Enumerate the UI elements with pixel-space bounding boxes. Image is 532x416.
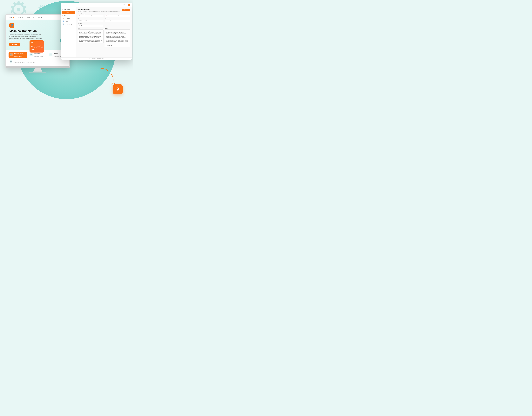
sidebar-item-processes[interactable]: 📋 Processes [61,17,76,20]
hero-title: Machine Translation [10,29,42,33]
see-more-button[interactable]: See more... [10,43,20,46]
dolly-icon: ● [62,15,63,16]
user-area[interactable]: Prueba S.L. ▾ P [119,4,130,6]
monitor-base [29,72,47,73]
translate-chevron-icon: › [74,12,74,13]
text-input-box[interactable]: The rise of AI and NLP brings a new era … [78,29,104,43]
text-label: Text [78,28,104,29]
target-language-value: Spanish [116,15,120,17]
feature-masker-content: Masker GPT Securely harness the power of… [13,60,35,63]
target-chevron-icon: ▾ [129,15,129,16]
engine-value: ENES_corp_v1_2 [79,20,87,21]
nav-solutions[interactable]: Solutions [25,17,30,18]
source-chevron-icon: ▾ [102,15,102,16]
users-icon: 👤 [62,20,64,22]
text-input-area: Text The rise of AI and NLP brings a new… [78,28,104,47]
aurora-logo: eco [31,42,42,43]
processes-icon: 📋 [62,18,64,19]
input-type-value: Plain text [79,25,83,26]
translate-icon: ⇄ [63,12,64,13]
engine-select[interactable]: ENES_corp_v1_2 ▾ [78,20,103,22]
eco-app-window: eco Prueba S.L. ▾ P ⊞ Dashboard ⇄ Transl… [61,3,132,60]
dashboard-icon: ⊞ [62,9,63,10]
target-flag: 🇪🇸 [106,15,107,17]
source-flag: 🇺🇸 [79,15,80,17]
sidebar-item-services-setup[interactable]: ⚙️ Services setup ▾ [61,23,76,26]
chevron-down-icon: ▾ [126,4,127,5]
feature-cards-row1: 🌐 Machine translation Near-human neural … [9,52,67,58]
user-name: Prueba S.L. [119,4,125,6]
hero-description: Adaptive near-human quality MT for hundr… [10,34,42,41]
input-type-chevron-icon: ▾ [101,25,102,26]
glossary-label: Glossary [105,18,130,19]
translate-icon-box: ネ [113,84,123,94]
language-row: Source language 🇺🇸 English ▾ Target lang… [78,13,130,17]
translate-icon-container: ネ [113,84,123,94]
feature-machine-translation[interactable]: 🌐 Machine translation Near-human neural … [9,52,27,58]
feature-section: 🌐 Machine translation Near-human neural … [6,50,69,66]
feature-anon-content: Anonymization Full GDPR-compliant data a… [34,53,46,57]
target-language-label: Target language [105,13,130,14]
monitor-stand [33,68,42,72]
feature-anonymization[interactable]: ⚙️ Anonymization Full GDPR-compliant dat… [29,52,47,58]
gear-decoration-small: ⚙ [37,2,48,16]
nav-contact[interactable]: Contact [32,17,36,18]
nav-links: Products ▾ Solutions Contact NLP Pa... [18,17,43,18]
copy-button[interactable]: #Copy [127,45,129,47]
sidebar-item-translate[interactable]: ⇄ Translate › [61,11,75,14]
sidebar-item-dashboard[interactable]: ⊞ Dashboard [61,8,76,11]
nav-nlp[interactable]: NLP Pa... [38,17,43,18]
glossary-group: Glossary – Select Glossary – ▾ [105,18,130,22]
app-logo-dot [65,5,66,5]
machine-translation-icon: 🌐 [10,53,13,56]
target-language-select[interactable]: 🇪🇸 Spanish ▾ [105,15,130,17]
glossary-select[interactable]: – Select Glossary – ▾ [105,20,130,22]
aurora-subtitle: aurora@pangeanic.com [31,50,42,51]
nav-products[interactable]: Products ▾ [18,17,23,18]
feature-masker-gpt[interactable]: 🤖 Masker GPT Securely harness the power … [9,59,36,64]
app-main-content: Translate New process 25/-1 Set all the … [76,7,132,57]
engine-chevron-icon: ▾ [102,20,102,21]
feature-cards-row2: 🤖 Masker GPT Securely harness the power … [9,59,67,64]
app-sidebar: ⊞ Dashboard ⇄ Translate › ● Dolly 📋 Proc… [61,7,76,57]
user-avatar[interactable]: P [128,4,130,6]
chevron-down-icon: ▾ [23,17,23,18]
engine-group: Engine ENES_corp_v1_2 ▾ [78,18,103,22]
input-type-label: Input type [78,23,103,24]
glossary-placeholder: – Select Glossary – [106,20,114,21]
engine-glossary-row: Engine ENES_corp_v1_2 ▾ Glossary – Selec… [78,18,130,22]
aurora-card: eco Aurora aurora@pangeanic.com [30,40,44,53]
source-language-value: English [89,15,93,17]
input-type-row: Input type Plain text ▾ [78,23,130,27]
output-area: Output El auge de la IA y la PNL trae un… [105,28,130,47]
curved-arrow [95,66,117,85]
website-navbar: eco Products ▾ Solutions Contact NLP Pa.… [6,15,69,20]
app-body: ⊞ Dashboard ⇄ Translate › ● Dolly 📋 Proc… [61,7,132,57]
glossary-chevron-icon: ▾ [129,20,129,21]
eco-gpt-icon: ☁️ [49,53,52,56]
engine-label: Engine [78,18,103,19]
sidebar-item-dolly[interactable]: ● Dolly [61,14,76,17]
app-header: eco Prueba S.L. ▾ P [61,3,132,7]
users-chevron-icon: ▾ [74,21,75,22]
masker-gpt-icon: 🤖 [10,60,12,63]
text-output-row: Text The rise of AI and NLP brings a new… [78,28,130,47]
anonymization-icon: ⚙️ [30,53,33,56]
aurora-title: Aurora [31,49,42,50]
website-logo: eco [9,16,14,19]
hero-icon-box: 🌐 [10,23,14,28]
aurora-wave [31,45,43,48]
services-chevron-icon: ▾ [74,24,75,25]
input-type-group: Input type Plain text ▾ [78,23,103,27]
input-type-select[interactable]: Plain text ▾ [78,25,103,27]
logo-dot [13,17,14,18]
source-language-select[interactable]: 🇺🇸 English ▾ [78,15,103,17]
services-icon: ⚙️ [62,23,64,25]
translate-button[interactable]: Translate [122,9,130,11]
source-language-group: Source language 🇺🇸 English ▾ [78,13,103,17]
globe-icon: 🌐 [10,24,13,27]
sidebar-item-users[interactable]: 👤 Users ▾ [61,20,76,23]
feature-mt-content: Machine translation Near-human neural ma… [14,53,26,57]
output-box: El auge de la IA y la PNL trae una nueva… [105,29,130,47]
app-logo: eco [63,4,66,6]
